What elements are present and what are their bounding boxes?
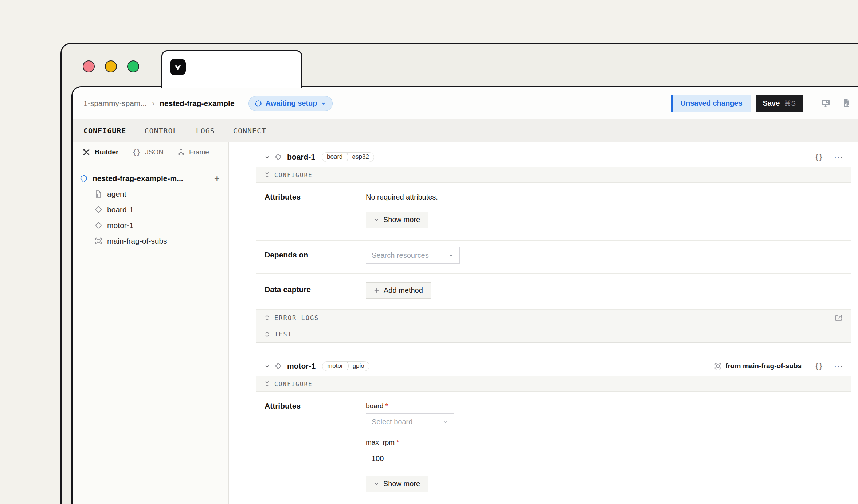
- board-select[interactable]: Select board: [366, 413, 454, 430]
- expand-vertical-icon: [265, 315, 270, 321]
- mode-frame-label: Frame: [189, 148, 209, 156]
- max-rpm-input[interactable]: [366, 450, 457, 467]
- tab-configure[interactable]: CONFIGURE: [83, 126, 126, 135]
- depends-on-select[interactable]: Search resources: [366, 247, 460, 264]
- collapse-vertical-icon: [265, 381, 270, 387]
- required-asterisk: *: [396, 438, 399, 446]
- add-resource-button[interactable]: +: [214, 174, 220, 183]
- max-rpm-field-group: max_rpm*: [366, 438, 851, 467]
- tree-item-main-frag-of-subs[interactable]: main-frag-of-subs: [73, 233, 228, 249]
- code-braces-button[interactable]: {}: [815, 362, 823, 370]
- code-braces-button[interactable]: {}: [815, 153, 823, 161]
- fragment-source-label: from main-frag-of-subs: [725, 362, 802, 370]
- required-asterisk: *: [385, 402, 388, 410]
- card-header: motor-1 motor gpio: [256, 356, 851, 376]
- tab-logs[interactable]: LOGS: [196, 126, 215, 135]
- braces-icon: {}: [132, 148, 141, 156]
- close-window-button[interactable]: [83, 60, 95, 72]
- status-badge[interactable]: Awaiting setup: [248, 96, 333, 111]
- card-motor-1: motor-1 motor gpio: [256, 356, 851, 504]
- mode-json[interactable]: {} JSON: [132, 148, 164, 156]
- breadcrumb-org[interactable]: 1-spammy-spam...: [83, 99, 147, 108]
- diamond-icon: [94, 221, 103, 229]
- breadcrumb-separator: ›: [152, 99, 154, 108]
- collapse-chevron-icon[interactable]: [264, 363, 270, 369]
- card-more-button[interactable]: ···: [834, 152, 843, 162]
- awaiting-spinner-icon: [79, 174, 88, 182]
- chevron-down-icon: [374, 481, 379, 487]
- sidebar: Builder {} JSON: [73, 142, 229, 504]
- show-more-label: Show more: [383, 480, 420, 488]
- status-label: Awaiting setup: [266, 99, 317, 107]
- type-model-badge: board esp32: [322, 152, 374, 162]
- nav-tab-bar: CONFIGURE CONTROL LOGS CONNECT: [73, 119, 858, 142]
- tree-item-label: nested-frag-example-m...: [93, 174, 183, 183]
- diamond-icon: [275, 153, 282, 161]
- card-board-1: board-1 board esp32 {} ···: [256, 147, 851, 343]
- show-more-button[interactable]: Show more: [366, 476, 428, 492]
- external-link-icon[interactable]: [835, 314, 843, 322]
- breadcrumb-machine[interactable]: nested-frag-example: [160, 99, 234, 108]
- model-label: esp32: [352, 153, 369, 161]
- chevron-down-icon: [374, 217, 379, 223]
- configure-section-header[interactable]: CONFIGURE: [256, 167, 851, 183]
- attributes-label: Attributes: [256, 392, 366, 504]
- model-label: gpio: [353, 362, 364, 370]
- attributes-row: Attributes No required attributes. Show …: [256, 183, 851, 241]
- browser-tab[interactable]: [161, 50, 302, 88]
- breadcrumb: 1-spammy-spam... › nested-frag-example: [83, 99, 235, 108]
- chevron-down-icon: [442, 419, 448, 425]
- page: 1-spammy-spam... › nested-frag-example A…: [0, 0, 858, 504]
- save-label: Save: [763, 99, 780, 107]
- field-label-text: board: [366, 402, 384, 410]
- save-button[interactable]: Save ⌘S: [756, 95, 803, 112]
- board-field-label: board*: [366, 402, 851, 410]
- tree-item-machine[interactable]: nested-frag-example-m... +: [73, 170, 228, 186]
- type-model-badge: motor gpio: [322, 361, 369, 371]
- diamond-icon: [275, 362, 282, 370]
- card-more-button[interactable]: ···: [834, 361, 843, 371]
- badge-divider: [346, 152, 349, 162]
- tools-icon: [82, 148, 90, 156]
- configure-section-header[interactable]: CONFIGURE: [256, 376, 851, 392]
- tab-control[interactable]: CONTROL: [144, 126, 177, 135]
- data-capture-label: Data capture: [256, 274, 366, 309]
- show-more-label: Show more: [383, 216, 420, 224]
- collapse-vertical-icon: [265, 172, 270, 178]
- resource-tree: nested-frag-example-m... + agent: [73, 162, 228, 249]
- attributes-row: Attributes board* Select board: [256, 392, 851, 504]
- mode-builder[interactable]: Builder: [82, 148, 118, 156]
- tree-item-board-1[interactable]: board-1: [73, 202, 228, 217]
- maximize-window-button[interactable]: [127, 60, 139, 72]
- add-method-button[interactable]: Add method: [366, 282, 431, 299]
- mode-builder-label: Builder: [95, 148, 118, 156]
- tab-connect[interactable]: CONNECT: [233, 126, 266, 135]
- machine-page-icon[interactable]: [818, 95, 834, 111]
- sidebar-mode-tabs: Builder {} JSON: [73, 142, 228, 162]
- chevron-down-icon: [448, 252, 454, 258]
- tree-item-motor-1[interactable]: motor-1: [73, 217, 228, 233]
- tree-item-label: main-frag-of-subs: [107, 237, 167, 245]
- depends-on-label: Depends on: [256, 241, 366, 273]
- show-more-button[interactable]: Show more: [366, 212, 428, 228]
- data-document-icon[interactable]: [839, 95, 855, 111]
- section-label: CONFIGURE: [274, 172, 313, 178]
- select-placeholder: Search resources: [372, 251, 429, 260]
- collapse-chevron-icon[interactable]: [264, 154, 270, 160]
- select-placeholder: Select board: [372, 418, 412, 426]
- traffic-lights: [83, 60, 139, 72]
- badge-divider: [346, 361, 349, 371]
- tree-item-agent[interactable]: agent: [73, 186, 228, 202]
- error-logs-section[interactable]: ERROR LOGS: [256, 310, 851, 326]
- test-section[interactable]: TEST: [256, 326, 851, 342]
- minimize-window-button[interactable]: [105, 60, 117, 72]
- unsaved-changes-badge: Unsaved changes: [671, 95, 751, 112]
- awaiting-spinner-icon: [255, 100, 262, 107]
- max-rpm-field-label: max_rpm*: [366, 438, 851, 446]
- expand-vertical-icon: [265, 331, 270, 337]
- diamond-icon: [94, 206, 103, 213]
- mode-frame[interactable]: Frame: [177, 148, 209, 156]
- file-icon: [94, 190, 103, 198]
- tree-item-label: board-1: [107, 205, 133, 214]
- frame-axes-icon: [177, 149, 185, 156]
